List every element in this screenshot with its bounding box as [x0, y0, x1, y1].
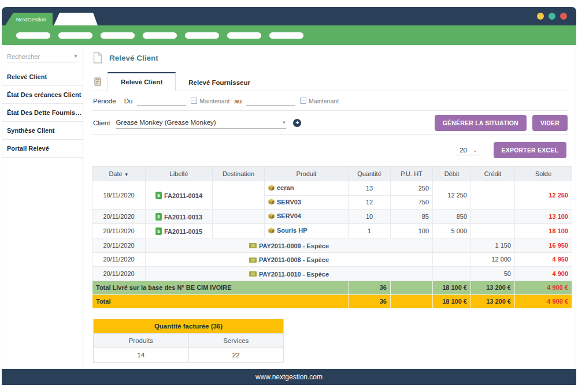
table-row: 18/11/2020 $FA2011-0014 ecran 13 250 12 …	[92, 181, 572, 196]
debit-cell	[433, 267, 471, 281]
total-livre-credit: 13 200 €	[471, 281, 515, 294]
table-row: 20/11/2020 $FA2011-0013 SERV04 10 85 850	[92, 210, 572, 224]
product-link[interactable]: ecran	[268, 184, 294, 191]
client-select[interactable]: Grease Monkey (Grease Monkey) ▼	[116, 117, 286, 129]
total-credit: 13 200 €	[471, 294, 515, 308]
pu-cell: 85	[391, 210, 433, 224]
invoice-icon: $	[155, 192, 162, 199]
minimize-dot-icon[interactable]	[537, 13, 544, 20]
summary-col-services: Services	[188, 333, 284, 348]
payment-link[interactable]: PAY2011-0010 - Espèce	[249, 271, 329, 278]
debit-cell	[433, 238, 471, 253]
date-to-input[interactable]	[246, 96, 295, 106]
solde-cell: 18 100	[515, 224, 572, 238]
vider-button[interactable]: VIDER	[532, 115, 568, 131]
nav-pill[interactable]	[101, 32, 135, 39]
page: NextGestion Rechercher ▼	[0, 0, 578, 392]
column-header-libelle: Libellé	[146, 167, 213, 181]
date-cell: 20/11/2020	[92, 224, 146, 238]
nav-pill[interactable]	[269, 32, 303, 39]
sidebar-item-synthese-client[interactable]: Synthèse Client	[2, 122, 83, 140]
libelle-cell: $FA2011-0015	[146, 224, 213, 238]
column-header-date[interactable]: Date ▼	[92, 167, 146, 181]
product-link[interactable]: SERV04	[268, 212, 301, 219]
date-cell: 20/11/2020	[92, 210, 146, 224]
nav-pill[interactable]	[185, 32, 219, 39]
date-cell: 20/11/2020	[92, 252, 146, 267]
date-cell: 20/11/2020	[92, 267, 146, 281]
payment-link[interactable]: PAY2011-0009 - Espèce	[249, 242, 329, 249]
column-header-quantite: Quantité	[349, 167, 391, 181]
brand-tab[interactable]: NextGestion	[5, 13, 53, 25]
tab-bar: Relevé Client Relevé Fournisseur	[92, 72, 568, 91]
total-livre-row: Total Livré sur la base des N° BE CIM IV…	[92, 281, 572, 294]
qty-cell: 1	[349, 224, 391, 238]
column-header-pu-ht: P.U. HT	[391, 167, 433, 181]
page-size-value: 20	[460, 147, 467, 154]
date-from-input[interactable]	[137, 96, 186, 106]
sidebar-item-portail-releve[interactable]: Portail Relevé	[2, 140, 83, 158]
chevron-down-icon: ⌄	[473, 147, 477, 153]
document-icon	[93, 52, 102, 64]
now-to-label: Maintenant	[309, 98, 339, 104]
nav-pill[interactable]	[16, 32, 50, 39]
payment-cell: PAY2011-0010 - Espèce	[146, 267, 433, 281]
product-link[interactable]: Souris HP	[268, 227, 307, 234]
tab-releve-client[interactable]: Relevé Client	[108, 72, 176, 91]
package-icon	[268, 227, 275, 234]
nav-pill[interactable]	[58, 32, 92, 39]
exporter-excel-button[interactable]: EXPORTER EXCEL	[494, 142, 566, 158]
invoice-link[interactable]: $FA2011-0014	[155, 192, 202, 199]
sidebar-item-releve-client[interactable]: Relevé Client	[2, 68, 83, 86]
now-to-button[interactable]: Maintenant	[300, 98, 339, 104]
credit-cell	[471, 210, 515, 224]
add-client-button[interactable]: +	[293, 119, 301, 127]
sidebar-item-etat-creances-client[interactable]: État Des créances Client	[2, 86, 83, 104]
total-livre-label: Total Livré sur la base des N° BE CIM IV…	[92, 281, 349, 294]
calendar-icon	[191, 98, 197, 104]
periode-label: Période	[93, 98, 116, 104]
payment-cell: PAY2011-0009 - Espèce	[146, 238, 433, 253]
produit-cell: SERV03	[265, 195, 349, 210]
column-header-debit: Débit	[433, 167, 471, 181]
search-dropdown[interactable]: Rechercher ▼	[7, 51, 78, 62]
date-cell: 18/11/2020	[92, 181, 146, 210]
now-from-button[interactable]: Maintenant	[191, 98, 229, 104]
total-livre-qty: 36	[349, 281, 391, 294]
summary-header-row: Produits Services	[94, 333, 284, 348]
summary-val-services: 22	[188, 348, 284, 362]
summary-col-produits: Produits	[94, 333, 189, 348]
invoice-link[interactable]: $FA2011-0015	[155, 227, 202, 235]
table-header-row: Date ▼ Libellé Destination Produit Quant…	[92, 167, 572, 181]
client-row: Client Grease Monkey (Grease Monkey) ▼ +…	[92, 111, 568, 135]
column-header-solde: Solde	[515, 167, 572, 181]
footer-bar: www.nextgestion.com	[2, 369, 576, 385]
column-header-destination: Destination	[213, 167, 265, 181]
total-solde: 4 900 €	[515, 294, 572, 308]
total-pu	[391, 294, 433, 308]
export-row: 20 ⌄ EXPORTER EXCEL	[92, 135, 568, 164]
footer-url: www.nextgestion.com	[255, 373, 323, 381]
page-size-select[interactable]: 20 ⌄	[456, 145, 480, 155]
cash-icon	[249, 271, 257, 277]
payment-link[interactable]: PAY2011-0008 - Espèce	[249, 256, 329, 263]
window-controls	[537, 13, 567, 20]
nav-pill[interactable]	[143, 32, 177, 39]
nav-pill[interactable]	[227, 32, 261, 39]
page-title: Relevé Client	[109, 54, 158, 62]
sidebar: Rechercher ▼ Relevé Client État Des créa…	[2, 45, 83, 369]
generer-situation-button[interactable]: GÉNÉRER LA SITUATION	[435, 115, 527, 131]
now-from-label: Maintenant	[199, 98, 229, 104]
maximize-dot-icon[interactable]	[549, 13, 555, 20]
sidebar-item-etat-dette-fournisseur[interactable]: État Des Dette Fournis…	[2, 104, 83, 122]
libelle-cell: $FA2011-0014	[146, 181, 213, 210]
close-dot-icon[interactable]	[560, 13, 567, 20]
tab-releve-fournisseur[interactable]: Relevé Fournisseur	[176, 74, 263, 91]
invoice-link[interactable]: $FA2011-0013	[155, 213, 202, 221]
product-link[interactable]: SERV03	[268, 199, 301, 206]
package-icon	[268, 199, 275, 205]
payment-cell: PAY2011-0008 - Espèce	[146, 252, 433, 267]
solde-cell: 12 250	[515, 181, 572, 210]
credit-cell	[471, 224, 515, 238]
search-placeholder: Rechercher	[7, 53, 40, 60]
